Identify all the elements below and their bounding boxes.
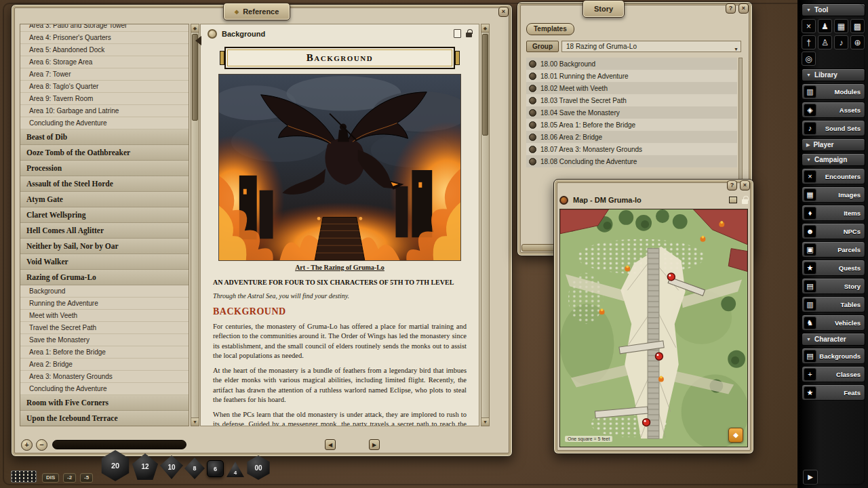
story-help-button[interactable]: ?: [726, 3, 736, 14]
prev-page-button[interactable]: ◀: [325, 439, 336, 450]
toc-item[interactable]: Area 1: Before the Bridge: [20, 346, 189, 359]
page-scroll-up-icon[interactable]: ◆: [481, 24, 489, 33]
die-d12[interactable]: 12: [132, 453, 158, 480]
toc-scrollbar[interactable]: ◆ ▼: [191, 24, 199, 426]
toc-item[interactable]: Area 5: Abandoned Dock: [20, 44, 189, 56]
sidebar-item-modules[interactable]: ▥ Modules: [802, 83, 865, 100]
sidebar-item-encounters[interactable]: × Encounters: [802, 168, 865, 184]
sidebar-item-items[interactable]: ♦ Items: [802, 205, 865, 221]
story-entry[interactable]: 18.07 Area 3: Monastery Grounds: [526, 143, 737, 155]
toc-item[interactable]: Beast of Dib: [20, 129, 189, 145]
modifier-minus-2[interactable]: -2: [63, 473, 76, 483]
toc-item[interactable]: Upon the Icebound Terrace: [20, 411, 189, 426]
toc-item[interactable]: Razing of Gruma-Lo: [20, 270, 189, 285]
page-scrollbar-thumb[interactable]: [482, 34, 488, 136]
story-entry[interactable]: 18.05 Area 1: Before the Bridge: [526, 119, 737, 131]
dice-tower-icon[interactable]: ▩: [850, 19, 865, 33]
toc-item[interactable]: Area 7: Tower: [20, 68, 189, 81]
options-icon[interactable]: ⊕: [850, 35, 865, 49]
sidebar-section-character[interactable]: ▼ Character: [802, 333, 865, 346]
die-d6[interactable]: 6: [207, 460, 224, 477]
die-d10[interactable]: 10: [160, 455, 183, 479]
modifier-dis[interactable]: DIS: [42, 473, 59, 483]
story-entry[interactable]: 18.03 Travel the Secret Path: [526, 94, 737, 106]
toc-item[interactable]: Area 10: Garbage and Latrine: [20, 105, 189, 117]
map-pan-button[interactable]: ◆: [728, 428, 743, 443]
story-entry[interactable]: 18.02 Meet with Veeth: [526, 82, 737, 94]
adventure-art-image[interactable]: [218, 74, 461, 261]
crossed-swords-icon[interactable]: ×: [802, 19, 816, 33]
map-canvas[interactable]: One square = 5 feet ◆: [559, 209, 748, 447]
sidebar-item-images[interactable]: ▦ Images: [802, 186, 865, 203]
sidebar-section-tool[interactable]: ▼ Tool: [802, 3, 865, 16]
toc-item[interactable]: Area 4: Prisoner's Quarters: [20, 32, 189, 44]
toc-item[interactable]: Hell Comes All Aglitter: [20, 223, 189, 239]
effects-icon[interactable]: †: [802, 35, 816, 49]
sidebar-item-npcs[interactable]: ☻ NPCs: [802, 223, 865, 239]
share-window-icon[interactable]: [454, 29, 461, 38]
die-d8[interactable]: 8: [184, 458, 205, 479]
group-label-button[interactable]: Group: [526, 41, 559, 52]
story-entry[interactable]: 18.06 Area 2: Bridge: [526, 131, 737, 143]
zoom-in-button[interactable]: +: [21, 439, 33, 451]
toc-item[interactable]: Area 8: Taglo's Quarter: [20, 81, 189, 93]
sidebar-item-backgrounds[interactable]: ▤ Backgrounds: [802, 348, 865, 364]
sidebar-section-library[interactable]: ▼ Library: [802, 68, 865, 81]
map-close-button[interactable]: ×: [740, 180, 750, 190]
story-close-button[interactable]: ×: [738, 3, 749, 14]
story-entry[interactable]: 18.01 Running the Adventure: [526, 70, 737, 82]
die-d100[interactable]: 00: [246, 455, 271, 480]
sidebar-section-campaign[interactable]: ▼ Campaign: [802, 153, 865, 166]
toc-item[interactable]: Concluding the Adventure: [20, 117, 189, 129]
sidebar-section-player[interactable]: ▶ Player: [802, 138, 865, 151]
toc-item[interactable]: Meet with Veeth: [20, 310, 189, 322]
toc-item[interactable]: Claret Wellspring: [20, 207, 189, 223]
story-entry[interactable]: 18.08 Concluding the Adventure: [526, 155, 737, 167]
toc-scroll-down-icon[interactable]: ▼: [191, 418, 199, 426]
sidebar-item-tables[interactable]: ▥ Tables: [802, 296, 865, 312]
map-help-button[interactable]: ?: [727, 180, 737, 190]
toc-item[interactable]: Background: [20, 285, 189, 298]
toc-item[interactable]: Travel the Secret Path: [20, 322, 189, 334]
reference-window-tab[interactable]: ◆ Reference: [223, 3, 290, 20]
next-page-button[interactable]: ▶: [369, 439, 380, 450]
sidebar-item-vehicles[interactable]: ♞ Vehicles: [802, 314, 865, 331]
sidebar-item-assets[interactable]: ◈ Assets: [802, 102, 865, 118]
toc-item[interactable]: Neither by Sail, Nor by Oar: [20, 239, 189, 254]
hotbar-slider[interactable]: [52, 440, 186, 449]
toc-item[interactable]: Ooze Tomb of the Oathbreaker: [20, 145, 189, 161]
sidebar-item-parcels[interactable]: ▣ Parcels: [802, 241, 865, 258]
play-button[interactable]: ▶: [803, 470, 818, 485]
die-d20[interactable]: 20: [100, 450, 130, 481]
calendar-icon[interactable]: ▦: [834, 19, 848, 33]
sidebar-item-quests[interactable]: ★ Quests: [802, 260, 865, 276]
toc-item[interactable]: Running the Adventure: [20, 298, 189, 310]
toc-item[interactable]: Void Walker: [20, 254, 189, 270]
toc-item[interactable]: Room with Five Corners: [20, 395, 189, 411]
page-link-token[interactable]: [208, 29, 217, 39]
story-entry[interactable]: 18.04 Save the Monastery: [526, 106, 737, 119]
sidebar-item-sound-sets[interactable]: ♪ Sound Sets: [802, 120, 865, 136]
toc-item[interactable]: Area 2: Bridge: [20, 359, 189, 371]
targeting-icon[interactable]: ◎: [802, 52, 816, 66]
sidebar-item-feats[interactable]: ★ Feats: [802, 384, 865, 401]
sound-icon[interactable]: ♪: [834, 35, 848, 49]
story-window-tab[interactable]: Story: [583, 0, 625, 18]
templates-button[interactable]: Templates: [526, 23, 574, 35]
page-scroll-down-icon[interactable]: ▼: [481, 418, 489, 426]
toc-scroll-up-icon[interactable]: ◆: [191, 24, 199, 33]
toc-item[interactable]: Assault of the Steel Horde: [20, 176, 189, 192]
pregen-characters-icon[interactable]: ♙: [818, 35, 832, 49]
map-link-token[interactable]: [559, 196, 568, 205]
collapse-toc-button[interactable]: [195, 36, 201, 45]
toc-item[interactable]: Area 3: Patio and Storage Tower: [20, 24, 189, 32]
toc-item[interactable]: Area 9: Tavern Room: [20, 93, 189, 105]
toc-item[interactable]: Area 3: Monastery Grounds: [20, 371, 189, 383]
toc-scrollbar-thumb[interactable]: [192, 34, 198, 121]
toc-item[interactable]: Area 6: Storage Area: [20, 56, 189, 68]
party-icon[interactable]: ♟: [818, 19, 832, 33]
toc-item[interactable]: Procession: [20, 161, 189, 176]
zoom-out-button[interactable]: −: [36, 439, 47, 451]
toc-item[interactable]: Atym Gate: [20, 192, 189, 207]
sidebar-item-classes[interactable]: + Classes: [802, 366, 865, 382]
